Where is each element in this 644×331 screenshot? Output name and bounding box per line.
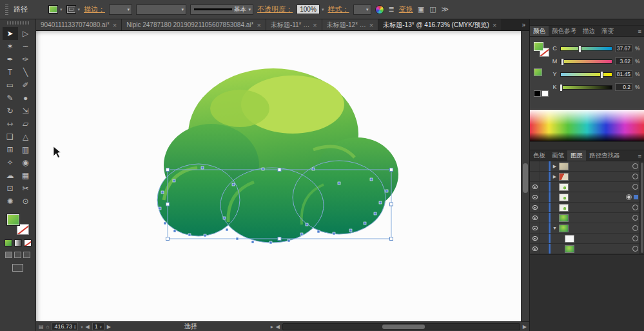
vertical-scrollbar-thumb[interactable]: [523, 163, 528, 193]
vertical-scrollbar[interactable]: [521, 31, 529, 321]
draw-normal-icon[interactable]: [5, 252, 12, 258]
scale-tool[interactable]: ⇲: [18, 105, 34, 117]
horizontal-scrollbar[interactable]: [282, 323, 520, 330]
lock-cell[interactable]: [540, 223, 549, 233]
lock-cell[interactable]: [540, 234, 549, 243]
visibility-toggle[interactable]: [530, 161, 540, 171]
target-circle[interactable]: [632, 163, 638, 169]
blend-tool[interactable]: ◉: [18, 156, 34, 169]
scroll-right-icon[interactable]: ▶: [523, 324, 527, 330]
visibility-toggle[interactable]: [530, 203, 540, 212]
style-link[interactable]: 样式：: [328, 5, 349, 14]
lock-cell[interactable]: [540, 161, 549, 171]
layer-row[interactable]: [530, 234, 644, 244]
target-circle[interactable]: [632, 174, 638, 179]
color-tab-3[interactable]: 渐变: [598, 26, 617, 36]
close-icon[interactable]: ×: [313, 21, 317, 29]
layers-tab-1[interactable]: 画笔: [549, 150, 567, 161]
visibility-toggle[interactable]: [530, 182, 540, 192]
status-grid-icon[interactable]: ▤: [39, 324, 44, 330]
shaper-tool[interactable]: ●: [18, 92, 34, 105]
isolate-icon[interactable]: ◫: [429, 5, 436, 14]
perspective-grid-tool[interactable]: △: [18, 130, 34, 143]
artwork-bush[interactable]: [36, 31, 521, 321]
expand-arrow[interactable]: ▼: [551, 226, 559, 230]
visibility-toggle[interactable]: [530, 223, 540, 233]
color-spectrum[interactable]: [530, 109, 644, 141]
gradient-mode-button[interactable]: [14, 239, 22, 246]
none-mode-button[interactable]: [24, 239, 32, 246]
visibility-toggle[interactable]: [530, 234, 540, 243]
curvature-tool[interactable]: ✑: [18, 53, 34, 66]
document-tab[interactable]: 未标题-12* …×: [322, 19, 379, 30]
channel-slider[interactable]: [560, 85, 612, 90]
draw-inside-icon[interactable]: [23, 252, 30, 258]
layer-row[interactable]: [530, 203, 644, 213]
document-tab[interactable]: Nipic 24787180 20190921105607853084.ai*×: [122, 19, 266, 30]
spin-down-icon[interactable]: ▾: [74, 326, 76, 329]
channel-slider[interactable]: [560, 46, 612, 51]
pencil-tool[interactable]: ✎: [3, 92, 18, 105]
stroke-color-swatch[interactable]: [66, 5, 76, 14]
chevron-down-icon[interactable]: ▾: [322, 7, 324, 12]
document-tab[interactable]: 未标题-13* @ 416.73% (CMYK/预览)×: [378, 19, 502, 30]
close-icon[interactable]: ×: [113, 21, 117, 29]
target-circle[interactable]: [632, 205, 638, 210]
stroke-weight-dropdown[interactable]: ▾: [109, 5, 132, 15]
panel-grip-icon[interactable]: [5, 5, 8, 15]
line-segment-tool[interactable]: ╲: [18, 66, 34, 79]
transform-link[interactable]: 变换: [399, 5, 413, 14]
gradient-tool[interactable]: ▥: [18, 143, 34, 156]
fill-color-swatch[interactable]: [48, 5, 58, 14]
align-icon[interactable]: ≣: [388, 5, 395, 14]
layer-row[interactable]: ▼: [530, 223, 644, 234]
layer-thumbnail[interactable]: [559, 163, 569, 170]
magic-wand-tool[interactable]: ✶: [3, 40, 18, 53]
lock-cell[interactable]: [540, 203, 549, 212]
zoom-dropdown-icon[interactable]: ▾: [81, 325, 83, 329]
slider-knob[interactable]: [560, 84, 563, 92]
black-swatch[interactable]: [534, 90, 541, 97]
layer-thumbnail[interactable]: [565, 235, 574, 243]
panel-menu-icon[interactable]: ≡: [635, 26, 644, 36]
chevron-down-icon[interactable]: ▾: [78, 7, 81, 12]
channel-slider[interactable]: [560, 72, 612, 77]
chevron-down-icon[interactable]: ▾: [60, 7, 63, 12]
document-tab[interactable]: 90401111337074080.ai*×: [36, 19, 122, 30]
visibility-toggle[interactable]: [530, 172, 540, 181]
recolor-artwork-icon[interactable]: [375, 5, 384, 14]
layer-row[interactable]: [530, 213, 644, 223]
color-tab-1[interactable]: 颜色参考: [549, 26, 580, 36]
slice-tool[interactable]: ✂: [18, 182, 34, 195]
layers-scrollbar[interactable]: [639, 161, 644, 254]
previous-artboard-icon[interactable]: ◀: [85, 324, 89, 330]
layer-thumbnail[interactable]: [559, 194, 569, 201]
color-mode-button[interactable]: [5, 239, 12, 246]
hand-tool[interactable]: ✺: [3, 195, 18, 208]
layer-row[interactable]: ▶: [530, 161, 644, 172]
rotate-tool[interactable]: ↻: [3, 105, 18, 117]
type-tool[interactable]: T: [3, 66, 18, 79]
target-circle[interactable]: [632, 184, 638, 190]
layers-tab-0[interactable]: 色板: [530, 150, 549, 161]
lasso-tool[interactable]: ∽: [18, 40, 34, 53]
close-icon[interactable]: ×: [369, 21, 373, 29]
layer-thumbnail[interactable]: [559, 173, 569, 181]
target-circle[interactable]: [632, 246, 638, 252]
expand-arrow[interactable]: ▶: [551, 164, 559, 169]
lock-cell[interactable]: [540, 213, 549, 223]
mesh-tool[interactable]: ⊞: [3, 143, 18, 156]
channel-slider[interactable]: [560, 59, 612, 64]
pen-tool[interactable]: ✒: [3, 53, 18, 66]
layers-tab-3[interactable]: 路径查找器: [586, 150, 623, 161]
fill-proxy-swatch[interactable]: [7, 214, 19, 225]
tab-overflow-icon[interactable]: »: [518, 19, 529, 30]
screen-mode-button[interactable]: [12, 264, 23, 272]
artboard-tool[interactable]: ⊡: [3, 182, 18, 195]
document-tab[interactable]: 未标题-11* …×: [266, 19, 322, 30]
scroll-left-icon[interactable]: ◀: [276, 324, 280, 330]
selection-tool[interactable]: ➤: [3, 27, 18, 40]
shape-builder-tool[interactable]: ❑: [3, 130, 18, 143]
last-color-swatch[interactable]: [534, 68, 542, 76]
artboard-dropdown-icon[interactable]: ▾: [100, 325, 102, 329]
